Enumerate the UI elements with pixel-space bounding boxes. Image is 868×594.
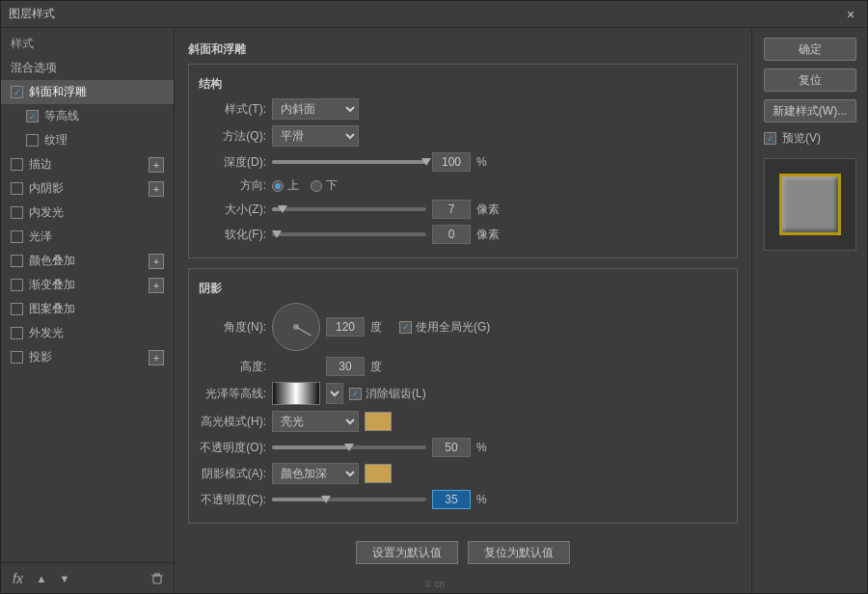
dial-line: [296, 327, 312, 337]
guangze-label: 光泽: [29, 229, 52, 245]
wenli-checkbox[interactable]: [26, 134, 39, 147]
denggaoxian-checkbox[interactable]: [26, 110, 39, 122]
sidebar-item-guangze[interactable]: 光泽: [1, 225, 174, 249]
highlight-color-swatch[interactable]: [365, 412, 392, 431]
tuan-checkbox[interactable]: [11, 303, 23, 315]
down-button[interactable]: ▼: [56, 570, 73, 587]
global-light-label: 使用全局光(G): [416, 319, 490, 336]
sidebar-item-tuan[interactable]: 图案叠加: [1, 297, 174, 321]
sidebar-item-touying[interactable]: 投影 +: [1, 345, 174, 369]
close-button[interactable]: ×: [842, 6, 859, 23]
delete-button[interactable]: [149, 570, 166, 587]
gloss-preview[interactable]: [272, 382, 320, 405]
structure-title: 结构: [199, 76, 727, 93]
depth-slider[interactable]: [272, 160, 426, 164]
preview-checkbox[interactable]: 预览(V): [760, 130, 821, 147]
depth-unit: %: [476, 155, 500, 169]
denggaoxian-label: 等高线: [44, 108, 79, 124]
highlight-mode-row: 高光模式(H): 亮光 正常: [199, 411, 727, 432]
miaob-checkbox[interactable]: [11, 158, 23, 171]
angle-input[interactable]: [326, 317, 365, 337]
guangze-checkbox[interactable]: [11, 230, 23, 243]
direction-down-radio[interactable]: 下: [311, 177, 338, 194]
wenli-label: 纹理: [44, 132, 68, 148]
shadow-opacity-slider[interactable]: [272, 498, 426, 501]
left-bottom-bar: fx ▲ ▼: [1, 562, 174, 593]
altitude-input[interactable]: [326, 357, 365, 376]
depth-label: 深度(D):: [199, 154, 266, 171]
new-style-button[interactable]: 新建样式(W)...: [764, 99, 856, 122]
touying-checkbox[interactable]: [11, 351, 23, 364]
direction-label: 方向:: [199, 177, 266, 194]
sidebar-item-wenli[interactable]: 纹理: [1, 128, 174, 152]
highlight-opacity-slider[interactable]: [272, 446, 426, 449]
highlight-opacity-label: 不透明度(O):: [199, 440, 266, 456]
sidebar-item-hunhe[interactable]: 混合选项: [1, 56, 174, 80]
middle-panel: 斜面和浮雕 结构 样式(T): 内斜面 外斜面 浮雕效果 方法(Q):: [175, 28, 751, 593]
reset-button[interactable]: 复位: [764, 68, 856, 92]
anti-alias-cb-box: [349, 388, 362, 400]
method-select[interactable]: 平滑 雕刻清晰 雕刻柔和: [272, 125, 359, 147]
neiyin-label: 内阴影: [29, 180, 64, 197]
angle-dial[interactable]: [272, 303, 320, 351]
altitude-unit: 度: [370, 359, 393, 375]
preview-label: 预览(V): [782, 130, 821, 147]
gloss-select[interactable]: [326, 383, 343, 404]
size-row: 大小(Z): 像素: [199, 200, 727, 219]
direction-down-dot: [311, 180, 322, 192]
bianmian-checkbox[interactable]: [11, 86, 23, 98]
neifaguang-checkbox[interactable]: [11, 206, 23, 219]
sidebar-item-waifaguang[interactable]: 外发光: [1, 321, 174, 345]
angle-label: 角度(N):: [199, 319, 266, 336]
sidebar-item-bianmian[interactable]: 斜面和浮雕: [1, 80, 174, 104]
style-select[interactable]: 内斜面 外斜面 浮雕效果: [272, 98, 359, 120]
size-input[interactable]: [432, 200, 471, 219]
set-default-button[interactable]: 设置为默认值: [356, 541, 458, 564]
sidebar-item-denggaoxian[interactable]: 等高线: [1, 104, 174, 128]
touying-plus[interactable]: +: [149, 350, 164, 365]
waifaguang-checkbox[interactable]: [11, 327, 23, 339]
dialog-title: 图层样式: [9, 6, 55, 22]
size-slider[interactable]: [272, 207, 426, 211]
tuan-label: 图案叠加: [29, 301, 75, 317]
sidebar-item-neifaguang[interactable]: 内发光: [1, 201, 174, 225]
highlight-opacity-input[interactable]: [432, 438, 471, 457]
shadow-color-swatch[interactable]: [365, 464, 392, 483]
neifaguang-label: 内发光: [29, 204, 64, 221]
sidebar-item-jiangbian[interactable]: 渐变叠加 +: [1, 273, 174, 297]
sidebar-item-yanse[interactable]: 颜色叠加 +: [1, 249, 174, 273]
sidebar-item-neiyin[interactable]: 内阴影 +: [1, 176, 174, 201]
shadow-mode-label: 阴影模式(A):: [199, 466, 266, 482]
soften-input[interactable]: [432, 225, 471, 244]
shadow-mode-select[interactable]: 颜色加深 正常: [272, 463, 359, 484]
shadow-opacity-label: 不透明度(C):: [199, 492, 266, 508]
miaob-plus[interactable]: +: [149, 157, 164, 173]
jiangbian-plus[interactable]: +: [149, 278, 164, 293]
sidebar-item-miaob[interactable]: 描边 +: [1, 152, 174, 176]
direction-row: 方向: 上 下: [199, 177, 727, 194]
highlight-mode-select[interactable]: 亮光 正常: [272, 411, 359, 432]
neiyin-plus[interactable]: +: [149, 181, 164, 197]
shadow-title: 阴影: [199, 281, 727, 297]
global-light-checkbox[interactable]: 使用全局光(G): [399, 319, 490, 336]
jiangbian-checkbox[interactable]: [11, 279, 23, 291]
miaob-label: 描边: [29, 156, 52, 173]
styles-list: 混合选项 斜面和浮雕 等高线 纹理: [1, 56, 174, 562]
dialog-body: 样式 混合选项 斜面和浮雕 等高线 纹理: [1, 28, 867, 593]
yanse-label: 颜色叠加: [29, 253, 75, 269]
shadow-opacity-input[interactable]: [432, 490, 471, 509]
up-button[interactable]: ▲: [33, 570, 50, 587]
style-row: 样式(T): 内斜面 外斜面 浮雕效果: [199, 98, 727, 120]
preview-canvas: [764, 158, 856, 251]
ok-button[interactable]: 确定: [764, 38, 856, 61]
style-label: 样式(T):: [199, 101, 266, 118]
angle-row: 角度(N): 度 使用全局光(G): [199, 303, 727, 351]
anti-alias-checkbox[interactable]: 消除锯齿(L): [349, 386, 426, 402]
neiyin-checkbox[interactable]: [11, 182, 23, 195]
reset-default-button[interactable]: 复位为默认值: [468, 541, 570, 564]
yanse-checkbox[interactable]: [11, 255, 23, 267]
direction-up-radio[interactable]: 上: [272, 177, 299, 194]
yanse-plus[interactable]: +: [149, 254, 164, 269]
soften-slider[interactable]: [272, 232, 426, 236]
depth-input[interactable]: [432, 152, 471, 172]
